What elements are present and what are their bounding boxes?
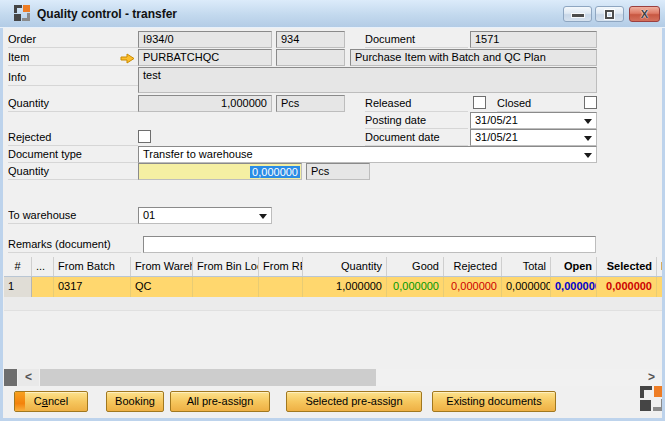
col-header-num[interactable]: #: [4, 257, 32, 276]
quantity-uom-field[interactable]: Pcs: [276, 95, 345, 112]
order-line-field[interactable]: 934: [276, 31, 345, 48]
info-label: Info: [8, 71, 138, 86]
selected-text: 0,000000: [250, 166, 300, 178]
closed-label: Closed: [497, 97, 580, 112]
document-date-value: 31/05/21: [475, 131, 518, 143]
released-label: Released: [365, 97, 468, 112]
row-from-rfid-cell[interactable]: [259, 277, 303, 297]
scroll-right-button[interactable]: >: [641, 369, 662, 386]
chevron-down-icon: [584, 153, 592, 158]
all-pre-assign-button[interactable]: All pre-assign: [170, 391, 270, 412]
col-header-good[interactable]: Good: [387, 257, 444, 276]
chevron-down-icon: [584, 119, 592, 124]
col-header-dots[interactable]: ...: [32, 257, 54, 276]
row-good-cell[interactable]: 0,000000: [387, 277, 444, 297]
item-code2-field[interactable]: [276, 49, 345, 66]
close-button[interactable]: X: [629, 6, 660, 22]
app-logo-icon: [14, 5, 31, 22]
cancel-focus-stripe: [15, 392, 25, 411]
col-header-from-warehouse[interactable]: From Warehouse: [131, 257, 193, 276]
cancel-button[interactable]: Cancel: [14, 391, 88, 412]
row-selected-cell[interactable]: 0,000000: [597, 277, 657, 297]
document-type-label: Document type: [8, 148, 138, 163]
to-warehouse-value: 01: [143, 209, 155, 221]
row-from-warehouse-cell[interactable]: QC: [131, 277, 193, 297]
document-date-label: Document date: [365, 131, 468, 146]
transfer-quantity-input[interactable]: 0,000000: [138, 163, 302, 180]
quantity-label: Quantity: [8, 97, 138, 112]
restore-icon: [605, 10, 614, 19]
document-date-combo[interactable]: 31/05/21: [470, 129, 597, 146]
minimize-icon: [572, 14, 584, 17]
row-from-batch-cell[interactable]: 0317: [54, 277, 131, 297]
item-code-field[interactable]: PURBATCHQC: [138, 49, 272, 66]
col-header-open[interactable]: Open: [551, 257, 597, 276]
col-header-quantity[interactable]: Quantity: [303, 257, 387, 276]
col-header-from-rfid[interactable]: From RFID: [259, 257, 303, 276]
posting-date-combo[interactable]: 31/05/21: [470, 112, 597, 129]
order-label: Order: [8, 33, 138, 48]
cancel-label-pre: C: [34, 395, 42, 407]
col-header-from-bin[interactable]: From Bin Location: [193, 257, 259, 276]
to-warehouse-label: To warehouse: [8, 209, 138, 224]
horizontal-scrollbar[interactable]: < >: [4, 369, 662, 386]
minimize-button[interactable]: [563, 6, 592, 22]
row-number-cell[interactable]: 1: [4, 277, 32, 297]
row-open-cell[interactable]: 0,000000: [551, 277, 597, 297]
scrollbar-corner-block: [4, 369, 17, 386]
item-label: Item: [8, 51, 138, 66]
order-field[interactable]: I934/0: [138, 31, 272, 48]
cancel-label-post: ncel: [48, 395, 68, 407]
restore-button[interactable]: [595, 6, 624, 22]
row-from-bin-cell[interactable]: [193, 277, 259, 297]
rejected-checkbox[interactable]: [138, 130, 151, 143]
remarks-input[interactable]: [143, 236, 596, 253]
link-arrow-icon[interactable]: [120, 53, 135, 64]
info-field[interactable]: test: [138, 67, 597, 93]
scroll-left-button[interactable]: <: [18, 369, 39, 386]
selected-pre-assign-button[interactable]: Selected pre-assign: [286, 391, 422, 412]
rejected-label: Rejected: [8, 131, 138, 146]
close-icon: X: [630, 8, 659, 20]
document-type-value: Transfer to warehouse: [143, 148, 253, 160]
col-header-selected[interactable]: Selected: [597, 257, 657, 276]
posting-date-label: Posting date: [365, 114, 468, 129]
transfer-quantity-uom-field[interactable]: Pcs: [306, 163, 370, 180]
item-description-field[interactable]: Purchase Item with Batch and QC Plan: [350, 49, 597, 66]
document-label: Document: [365, 33, 468, 48]
row-quantity-cell[interactable]: 1,000000: [303, 277, 387, 297]
document-type-combo[interactable]: Transfer to warehouse: [138, 146, 597, 163]
closed-checkbox[interactable]: [584, 96, 597, 109]
booking-button[interactable]: Booking: [106, 391, 164, 412]
row-total-cell[interactable]: 0,000000: [502, 277, 551, 297]
grid-header-row: # ... From Batch From Warehouse From Bin…: [4, 257, 662, 277]
to-warehouse-combo[interactable]: 01: [138, 207, 272, 224]
chevron-down-icon: [584, 136, 592, 141]
col-header-rejected[interactable]: Rejected: [444, 257, 502, 276]
table-row[interactable]: 1 0317 QC 1,000000 0,000000 0,000000 0,0…: [4, 277, 662, 297]
scrollbar-thumb[interactable]: [40, 369, 376, 386]
released-checkbox[interactable]: [473, 96, 486, 109]
lines-grid: # ... From Batch From Warehouse From Bin…: [4, 257, 662, 311]
empty-grid-row: [4, 297, 662, 311]
titlebar[interactable]: Quality control - transfer X: [0, 0, 665, 28]
transfer-quantity-label: Quantity: [8, 165, 138, 180]
existing-documents-button[interactable]: Existing documents: [432, 391, 556, 412]
window-border-left: [0, 28, 3, 421]
posting-date-value: 31/05/21: [475, 114, 518, 126]
col-header-from-batch[interactable]: From Batch: [54, 257, 131, 276]
col-header-total[interactable]: Total: [502, 257, 551, 276]
row-rejected-cell[interactable]: 0,000000: [444, 277, 502, 297]
window-title: Quality control - transfer: [37, 7, 177, 21]
document-field[interactable]: 1571: [470, 31, 597, 48]
remarks-label: Remarks (document): [8, 238, 141, 253]
quality-control-transfer-dialog: Quality control - transfer X Order I934/…: [0, 0, 665, 421]
quantity-field[interactable]: 1,000000: [138, 95, 272, 112]
chevron-down-icon: [259, 214, 267, 219]
row-dots-cell[interactable]: [32, 277, 54, 297]
